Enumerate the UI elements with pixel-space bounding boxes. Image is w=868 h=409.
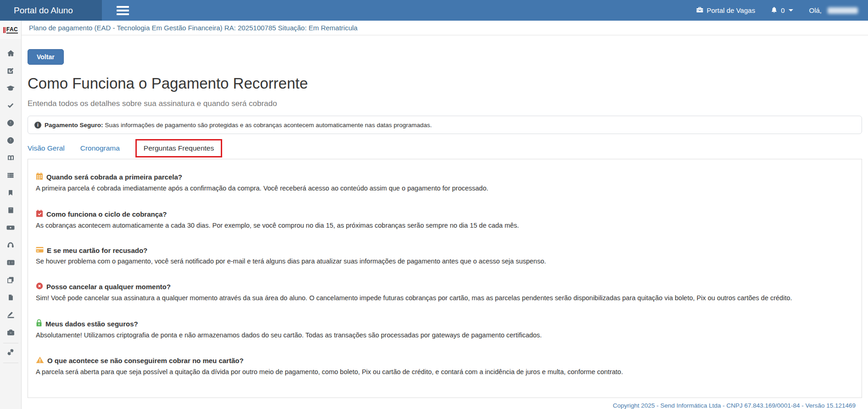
faq-item: Posso cancelar a qualquer momento? Sim! … xyxy=(36,282,854,302)
sidebar-item-documents[interactable] xyxy=(0,290,22,307)
info-label: Pagamento Seguro: xyxy=(45,122,103,129)
highlight-annotation: Perguntas Frequentes xyxy=(135,139,222,157)
alert-circle-icon xyxy=(7,119,14,129)
breadcrumb-text: Plano de pagamento (EAD - Tecnologia Em … xyxy=(29,24,358,32)
faq-question: Como funciona o ciclo de cobrança? xyxy=(46,210,167,218)
faq-answer: A parcela será aberta para que seja poss… xyxy=(36,368,854,375)
calendar-icon xyxy=(36,172,43,181)
copy-icon xyxy=(7,276,14,286)
sidebar-item-links[interactable] xyxy=(0,344,22,362)
copyright-text: Copyright 2025 - Send Informática Ltda -… xyxy=(613,402,856,409)
link-icon xyxy=(7,348,14,358)
faq-answer: Sim! Você pode cancelar sua assinatura a… xyxy=(36,294,854,302)
app-title: Portal do Aluno xyxy=(0,0,102,21)
faq-question: Posso cancelar a qualquer momento? xyxy=(46,283,171,291)
home-icon xyxy=(7,50,15,59)
sidebar-item-windows[interactable] xyxy=(0,272,22,290)
fac-logo-mark xyxy=(3,27,6,33)
sidebar-item-id-card[interactable] xyxy=(0,255,22,272)
sidebar-item-library[interactable] xyxy=(0,150,22,168)
id-card-icon xyxy=(7,259,15,268)
fac-logo-text: FAC xyxy=(6,26,18,34)
info-text: Suas informações de pagamento são proteg… xyxy=(105,122,432,129)
sidebar-item-bookmark[interactable] xyxy=(0,185,22,202)
bell-icon xyxy=(771,6,778,15)
page-subtitle: Entenda todos os detalhes sobre sua assi… xyxy=(28,99,862,108)
faq-answer: As cobranças acontecem automaticamente a… xyxy=(36,222,854,229)
sidebar-item-home[interactable] xyxy=(0,45,22,63)
graduation-cap-icon xyxy=(6,84,15,94)
sidebar-divider xyxy=(3,363,18,363)
sidebar-item-briefcase[interactable] xyxy=(0,325,22,342)
top-navbar: Portal do Aluno Portal de Vagas 0 Olá, xyxy=(0,0,868,21)
faq-answer: Se houver problema com o pagamento, você… xyxy=(36,258,854,265)
faq-item: Quando será cobrada a primeira parcela? … xyxy=(36,172,854,192)
fac-logo[interactable]: FAC xyxy=(0,21,21,39)
sidebar-item-list[interactable] xyxy=(0,168,22,185)
chevron-down-icon xyxy=(789,9,793,11)
breadcrumb: Plano de pagamento (EAD - Tecnologia Em … xyxy=(22,21,868,35)
user-name-redacted xyxy=(828,7,858,14)
faq-question: O que acontece se não conseguirem cobrar… xyxy=(47,357,244,364)
faq-answer: A primeira parcela é cobrada imediatamen… xyxy=(36,185,854,192)
faq-question: Meus dados estão seguros? xyxy=(45,320,138,328)
sidebar-item-support[interactable] xyxy=(0,237,22,255)
sidebar-item-courses[interactable] xyxy=(0,80,22,98)
sidebar-item-edit[interactable] xyxy=(0,63,22,80)
secure-payment-callout: i Pagamento Seguro: Suas informações de … xyxy=(28,116,862,134)
sidebar-item-alerts-2[interactable] xyxy=(0,133,22,150)
info-icon: i xyxy=(34,122,41,129)
headset-icon xyxy=(7,241,14,251)
check-icon xyxy=(7,102,14,111)
faq-item: Meus dados estão seguros? Absolutamente!… xyxy=(36,319,854,339)
greeting-label: Olá, xyxy=(809,6,822,14)
edit-icon xyxy=(7,67,14,76)
faq-item: E se meu cartão for recusado? Se houver … xyxy=(36,247,854,265)
tab-bar: Visão Geral Cronograma Perguntas Frequen… xyxy=(28,138,862,159)
faq-question: Quando será cobrada a primeira parcela? xyxy=(46,173,182,181)
book-open-icon xyxy=(7,154,15,163)
bookmark-icon xyxy=(7,189,14,198)
sidebar-item-book[interactable] xyxy=(0,202,22,220)
file-icon xyxy=(7,294,14,303)
portal-vagas-label: Portal de Vagas xyxy=(707,6,756,14)
sidebar-item-check[interactable] xyxy=(0,98,22,115)
tab-visao-geral[interactable]: Visão Geral xyxy=(28,144,65,152)
back-button[interactable]: Voltar xyxy=(28,49,64,65)
page-title: Como Funciona o Pagamento Recorrente xyxy=(28,75,862,92)
lock-icon xyxy=(36,319,42,328)
briefcase-gray-icon xyxy=(7,329,15,338)
sidebar-item-financial[interactable] xyxy=(0,220,22,237)
user-greeting[interactable]: Olá, xyxy=(809,6,858,14)
times-circle-icon xyxy=(36,282,43,291)
tab-cronograma[interactable]: Cronograma xyxy=(80,144,120,152)
calendar-check-icon xyxy=(36,209,43,219)
footer: Copyright 2025 - Send Informática Ltda -… xyxy=(28,398,862,409)
banknote-icon xyxy=(6,224,15,233)
list-icon xyxy=(7,172,14,181)
sidebar: FAC xyxy=(0,21,22,409)
portal-vagas-link[interactable]: Portal de Vagas xyxy=(696,6,756,15)
sidebar-item-alerts[interactable] xyxy=(0,115,22,133)
book-icon xyxy=(7,207,14,216)
sidebar-item-contracts[interactable] xyxy=(0,307,22,325)
notifications-dropdown[interactable]: 0 xyxy=(771,6,793,15)
credit-card-icon xyxy=(36,247,44,254)
faq-item: O que acontece se não conseguirem cobrar… xyxy=(36,356,854,375)
faq-answer: Absolutamente! Utilizamos criptografia d… xyxy=(36,331,854,339)
alert-circle-icon xyxy=(7,137,14,146)
notification-count: 0 xyxy=(781,6,784,14)
sidebar-divider xyxy=(3,343,18,343)
tab-perguntas-frequentes[interactable]: Perguntas Frequentes xyxy=(144,144,214,152)
faq-panel: Quando será cobrada a primeira parcela? … xyxy=(28,159,862,398)
menu-toggle-icon[interactable] xyxy=(117,4,129,17)
signature-icon xyxy=(7,311,15,320)
faq-question: E se meu cartão for recusado? xyxy=(47,247,147,254)
warning-icon xyxy=(36,356,44,365)
faq-item: Como funciona o ciclo de cobrança? As co… xyxy=(36,209,854,229)
briefcase-icon xyxy=(696,6,704,15)
